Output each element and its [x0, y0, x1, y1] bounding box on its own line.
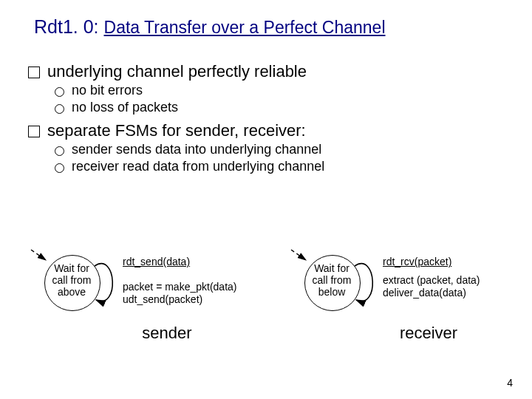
bullet-1a-text: no bit errors: [72, 83, 143, 98]
slide: Rdt1. 0: Data Transfer over a Perfect Ch…: [0, 0, 532, 399]
circle-bullet-icon: [55, 87, 64, 97]
bullet-2-text: separate FSMs for sender, receiver:: [47, 121, 306, 140]
title-lead: Rdt1. 0:: [34, 16, 99, 37]
square-bullet-icon: [28, 126, 40, 137]
bullet-1a: no bit errors: [55, 83, 501, 98]
receiver-action2-text: deliver_data(data): [383, 287, 466, 299]
bullet-1-text: underlying channel perfectly reliable: [47, 62, 307, 81]
bullet-1b: no loss of packets: [55, 100, 501, 115]
sender-action2-text: udt_send(packet): [123, 293, 202, 306]
page-number: 4: [507, 377, 513, 389]
receiver-role-label: receiver: [377, 324, 480, 343]
circle-bullet-icon: [55, 163, 64, 173]
receiver-action1-text: extract (packet, data): [383, 274, 480, 287]
sender-action1-text: packet = make_pkt(data): [123, 281, 236, 293]
bullet-2a-text: sender sends data into underlying channe…: [72, 142, 321, 157]
bullet-list: underlying channel perfectly reliable no…: [28, 59, 501, 174]
slide-title: Rdt1. 0: Data Transfer over a Perfect Ch…: [34, 16, 386, 38]
sender-state-label: Wait for call from above: [44, 262, 99, 298]
circle-bullet-icon: [55, 104, 64, 114]
bullet-2b: receiver read data from underlying chann…: [55, 159, 501, 174]
bullet-2b-text: receiver read data from underlying chann…: [72, 159, 324, 174]
title-sub: Data Transfer over a Perfect Channel: [104, 18, 386, 37]
bullet-2a: sender sends data into underlying channe…: [55, 142, 501, 157]
square-bullet-icon: [28, 66, 40, 78]
sender-event-text: rdt_send(data): [123, 256, 190, 268]
circle-bullet-icon: [55, 146, 64, 156]
bullet-2: separate FSMs for sender, receiver:: [28, 121, 501, 140]
receiver-event-text: rdt_rcv(packet): [383, 256, 451, 268]
sender-role-label: sender: [123, 324, 211, 343]
bullet-1: underlying channel perfectly reliable: [28, 62, 501, 81]
bullet-1b-text: no loss of packets: [72, 100, 178, 115]
receiver-state-label: Wait for call from below: [304, 262, 359, 298]
